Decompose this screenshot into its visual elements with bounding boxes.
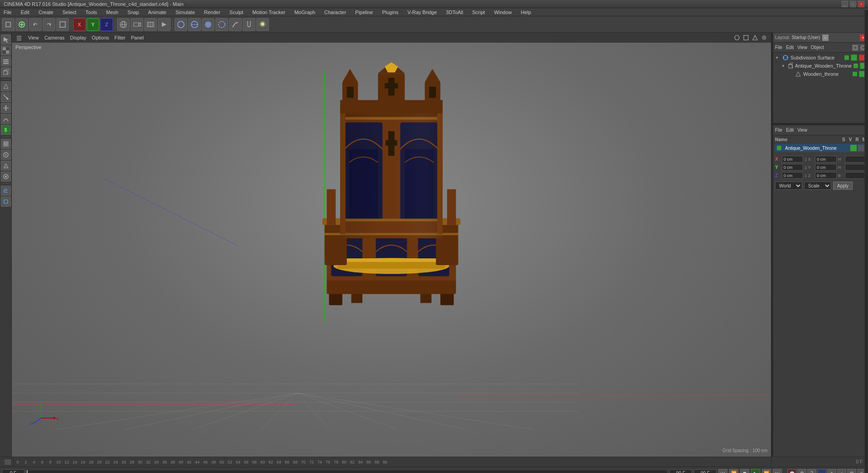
tool-render[interactable] bbox=[158, 18, 171, 31]
tool-y-axis[interactable]: Y bbox=[87, 18, 99, 31]
transport-autokey[interactable]: ○ bbox=[837, 469, 846, 473]
obj-mgr-object[interactable]: Object bbox=[811, 45, 824, 50]
sel-icon-2[interactable] bbox=[858, 145, 864, 151]
tool-polygon[interactable] bbox=[188, 18, 201, 31]
panel-minimize[interactable]: − bbox=[822, 34, 829, 41]
maximize-button[interactable]: □ bbox=[850, 1, 856, 7]
menu-simulate[interactable]: Simulate bbox=[174, 10, 197, 15]
transport-motion[interactable]: ◈ bbox=[827, 469, 836, 473]
tool-world[interactable] bbox=[117, 18, 130, 31]
obj-mgr-file[interactable]: File bbox=[775, 45, 782, 50]
transport-next-frame[interactable]: ⏩ bbox=[762, 469, 771, 473]
h-input[interactable] bbox=[845, 156, 866, 163]
menu-select[interactable]: Select bbox=[61, 10, 78, 15]
menu-window[interactable]: Window bbox=[492, 10, 513, 15]
tool-magnet[interactable] bbox=[243, 18, 255, 31]
menu-file[interactable]: File bbox=[2, 10, 14, 15]
transport-keyframe[interactable]: ⬦ bbox=[817, 469, 826, 473]
menu-vray[interactable]: V-Ray Bridge bbox=[406, 10, 439, 15]
menu-snap[interactable]: Snap bbox=[126, 10, 141, 15]
selected-object-row[interactable]: Antique_Wooden_Throne bbox=[775, 144, 866, 152]
z-size-input[interactable]: 0 cm bbox=[815, 172, 836, 179]
tool-undo[interactable] bbox=[29, 18, 42, 31]
tool-redo[interactable] bbox=[43, 18, 55, 31]
transport-record[interactable]: ⬤ bbox=[787, 469, 796, 473]
left-tool-spline[interactable] bbox=[1, 114, 11, 124]
left-tool-knife[interactable] bbox=[1, 92, 11, 102]
left-tool-layers[interactable] bbox=[1, 56, 11, 66]
obj-mgr-view[interactable]: View bbox=[797, 45, 807, 50]
menu-pipeline[interactable]: Pipeline bbox=[353, 10, 375, 15]
viewport-menu-cameras[interactable]: Cameras bbox=[44, 35, 65, 40]
menu-sculpt[interactable]: Sculpt bbox=[228, 10, 245, 15]
end-frame-display[interactable]: 90 F bbox=[694, 469, 717, 473]
tool-sphere[interactable] bbox=[175, 18, 187, 31]
menu-mesh[interactable]: Mesh bbox=[104, 10, 120, 15]
scale-dropdown[interactable]: Scale Move Rotate bbox=[804, 182, 831, 190]
viewport[interactable]: View Cameras Display Options Filter Pane… bbox=[12, 33, 771, 457]
transport-prev-frame[interactable]: ⏪ bbox=[729, 469, 738, 473]
attr-file[interactable]: File bbox=[775, 128, 782, 133]
left-tool-move[interactable] bbox=[1, 103, 11, 113]
left-tool-coffeescript[interactable] bbox=[1, 197, 11, 207]
timeline-scrubber[interactable] bbox=[26, 470, 668, 473]
transport-powertracks[interactable]: ⊞ bbox=[847, 469, 856, 473]
tool-new[interactable] bbox=[15, 18, 28, 31]
tool-object[interactable] bbox=[202, 18, 215, 31]
x-pos-input[interactable]: 0 cm bbox=[782, 156, 803, 163]
left-tool-gradient[interactable] bbox=[1, 139, 11, 149]
transport-play[interactable]: ▶ bbox=[751, 469, 760, 473]
left-tool-checker[interactable] bbox=[1, 45, 11, 55]
attr-view[interactable]: View bbox=[797, 128, 807, 133]
menu-edit[interactable]: Edit bbox=[19, 10, 31, 15]
left-tool-terrain[interactable] bbox=[1, 161, 11, 171]
tool-brush[interactable] bbox=[229, 18, 242, 31]
menu-create[interactable]: Create bbox=[37, 10, 55, 15]
tool-render-region[interactable] bbox=[56, 18, 69, 31]
left-tool-cube[interactable] bbox=[1, 67, 11, 77]
current-frame-display[interactable]: 0 F bbox=[2, 469, 24, 473]
tool-object-mode[interactable] bbox=[2, 18, 15, 31]
fps-display[interactable]: 90 F bbox=[669, 469, 692, 473]
left-tool-polygon-pen[interactable] bbox=[1, 81, 11, 91]
transport-goto-end[interactable]: ⏭ bbox=[773, 469, 782, 473]
h2-input[interactable] bbox=[845, 164, 866, 171]
tool-light[interactable] bbox=[256, 18, 269, 31]
transport-options[interactable]: ⚙ bbox=[797, 469, 806, 473]
viewport-menu-display[interactable]: Display bbox=[70, 35, 86, 40]
transport-goto-start[interactable]: ⏮ bbox=[718, 469, 727, 473]
right-panel-scrollbar[interactable] bbox=[864, 10, 868, 473]
tool-x-axis[interactable]: X bbox=[73, 18, 86, 31]
menu-3dtoall[interactable]: 3DToAll bbox=[444, 10, 465, 15]
y-size-input[interactable]: 0 cm bbox=[815, 164, 836, 171]
tool-z-axis[interactable]: Z bbox=[100, 18, 113, 31]
menu-animate[interactable]: Animate bbox=[146, 10, 168, 15]
tool-subdivide[interactable] bbox=[215, 18, 228, 31]
menu-help[interactable]: Help bbox=[519, 10, 533, 15]
menu-character[interactable]: Character bbox=[322, 10, 348, 15]
tree-vis-1[interactable] bbox=[851, 54, 857, 61]
attr-edit[interactable]: Edit bbox=[786, 128, 794, 133]
viewport-menu-options[interactable]: Options bbox=[92, 35, 109, 40]
menu-motion-tracker[interactable]: Motion Tracker bbox=[250, 10, 287, 15]
obj-mgr-icon-1[interactable] bbox=[852, 44, 858, 51]
tool-camera[interactable] bbox=[131, 18, 143, 31]
viewport-menu-panel[interactable]: Panel bbox=[131, 35, 144, 40]
tree-item-wooden-throne[interactable]: Wooden_throne bbox=[774, 70, 867, 78]
transport-stop[interactable]: ⏹ bbox=[740, 469, 749, 473]
left-tool-sculpt[interactable] bbox=[1, 150, 11, 160]
tree-item-throne[interactable]: ▾ Antique_Wooden_Throne bbox=[774, 62, 867, 70]
b-input[interactable] bbox=[845, 172, 866, 179]
viewport-menu-filter[interactable]: Filter bbox=[114, 35, 125, 40]
sel-icon-1[interactable] bbox=[850, 145, 857, 151]
left-tool-paint[interactable] bbox=[1, 172, 11, 182]
y-pos-input[interactable]: 0 cm bbox=[782, 164, 803, 171]
title-bar-controls[interactable]: _ □ × bbox=[842, 1, 864, 7]
menu-render[interactable]: Render bbox=[202, 10, 222, 15]
tree-item-subdivision[interactable]: ▾ Subdivision Surface bbox=[774, 54, 867, 62]
menu-tools[interactable]: Tools bbox=[83, 10, 99, 15]
left-tool-dollar[interactable]: $ bbox=[1, 125, 11, 135]
apply-button[interactable]: Apply bbox=[833, 182, 853, 190]
menu-script[interactable]: Script bbox=[470, 10, 487, 15]
minimize-button[interactable]: _ bbox=[842, 1, 848, 7]
